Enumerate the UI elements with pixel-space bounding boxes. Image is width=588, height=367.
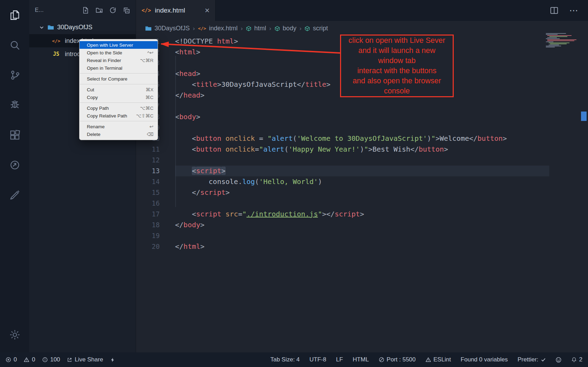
explorer-icon[interactable] (0, 0, 29, 30)
status-language-mode-label: HTML (353, 356, 369, 363)
line-text (160, 122, 175, 133)
breadcrumb-item-body[interactable]: body (274, 25, 296, 32)
line-number[interactable]: 19 (136, 230, 160, 241)
menu-separator (80, 84, 157, 84)
menu-item-open-with-live-server[interactable]: Open with Live Server (80, 41, 158, 49)
code-line-20: 20</html> (136, 241, 588, 252)
extensions-icon[interactable] (0, 120, 29, 150)
split-editor-icon[interactable] (550, 6, 559, 15)
status-found-variables[interactable]: Found 0 variables (461, 356, 508, 363)
menu-item-copy-path[interactable]: Copy Path⌥⌘C (80, 104, 158, 112)
menu-item-label: Copy (87, 95, 98, 100)
warning-icon (425, 357, 431, 362)
line-number[interactable]: 11 (136, 144, 160, 155)
search-icon[interactable] (0, 30, 29, 60)
code-line-16: 16 (136, 198, 588, 209)
status-info-count-label: 100 (50, 356, 60, 363)
line-text: <button onclick = "alert('Welcome to 30D… (160, 133, 507, 144)
breadcrumb-item-script[interactable]: script (304, 25, 328, 32)
line-number[interactable]: 12 (136, 155, 160, 166)
tab-index-html[interactable]: </> index.html × (136, 0, 216, 21)
status-notifications-bell[interactable]: 2 (571, 356, 582, 363)
folder-icon (47, 24, 54, 30)
menu-item-label: Select for Compare (87, 76, 127, 82)
menu-item-select-for-compare[interactable]: Select for Compare (80, 75, 158, 83)
status-live-share[interactable]: Live Share (67, 356, 103, 363)
breadcrumb-item-html[interactable]: html (246, 25, 266, 32)
code-line-17: 17 <script src="./introduction.js"></scr… (136, 209, 588, 220)
new-file-icon[interactable] (82, 7, 89, 14)
status-warnings[interactable]: 0 (24, 356, 35, 363)
menu-item-label: Copy Relative Path (87, 113, 127, 118)
menu-item-label: Open in Terminal (87, 66, 122, 71)
line-text (160, 58, 175, 68)
settings-gear-icon[interactable] (0, 322, 29, 347)
status-quick-action[interactable] (110, 357, 115, 362)
menu-item-shortcut: ⌥⌘R (140, 58, 153, 63)
line-number[interactable]: 17 (136, 209, 160, 220)
refresh-icon[interactable] (109, 7, 116, 14)
breadcrumb-separator: › (193, 25, 195, 32)
source-control-icon[interactable] (0, 60, 29, 90)
menu-item-open-in-terminal[interactable]: Open in Terminal (80, 64, 158, 72)
line-number[interactable]: 16 (136, 198, 160, 209)
menu-item-rename[interactable]: Rename↩ (80, 123, 158, 130)
line-text: <script> (160, 166, 226, 176)
menu-item-shortcut: ⌥⇧⌘C (136, 113, 153, 118)
check-icon (541, 357, 546, 362)
new-folder-icon[interactable] (96, 7, 103, 14)
status-errors[interactable]: 0 (6, 356, 17, 363)
menu-item-delete[interactable]: Delete⌫ (80, 130, 158, 138)
editor-actions: ⋯ (550, 0, 588, 21)
menu-item-label: Copy Path (87, 106, 109, 111)
menu-item-reveal-in-finder[interactable]: Reveal in Finder⌥⌘R (80, 56, 158, 64)
status-info-count[interactable]: 100 (42, 356, 60, 363)
share-icon (67, 357, 72, 362)
line-number[interactable]: 18 (136, 220, 160, 230)
breadcrumb-item-30daysofjs[interactable]: 30DaysOfJS (145, 25, 190, 32)
menu-item-cut[interactable]: Cut⌘X (80, 86, 158, 93)
menu-item-copy-relative-path[interactable]: Copy Relative Path⌥⇧⌘C (80, 112, 158, 120)
cube-icon (246, 26, 251, 31)
folder-root-30daysofjs[interactable]: 30DaysOfJS (29, 20, 136, 34)
menu-item-shortcut: ⌘X (145, 87, 153, 92)
breadcrumb-item-index-html[interactable]: </>index.html (198, 25, 238, 32)
status-bar: 00100Live Share Tab Size: 4UTF-8LFHTMLPo… (0, 352, 588, 367)
status-eol-label: LF (336, 356, 343, 363)
breadcrumb-separator: › (269, 25, 271, 32)
html-file-icon: </> (142, 7, 151, 14)
line-text: <title>30DaysOfJavaScript</title> (160, 79, 331, 90)
close-icon[interactable]: × (205, 6, 210, 15)
status-live-server-port[interactable]: Port : 5500 (379, 356, 416, 363)
minimap[interactable] (546, 33, 582, 48)
line-text: <button onclick="alert('Happy New Year!'… (160, 144, 448, 155)
run-debug-icon[interactable] (0, 90, 29, 120)
live-share-icon[interactable] (0, 150, 29, 180)
status-tab-size[interactable]: Tab Size: 4 (270, 356, 300, 363)
breadcrumb-label: script (313, 25, 328, 32)
status-language-mode[interactable]: HTML (353, 356, 369, 363)
menu-item-shortcut: ⌥⌘C (140, 105, 153, 111)
line-number[interactable]: 20 (136, 241, 160, 252)
status-eol[interactable]: LF (336, 356, 343, 363)
status-encoding-label: UTF-8 (309, 356, 326, 363)
status-found-variables-label: Found 0 variables (461, 356, 508, 363)
line-text (160, 230, 175, 241)
status-live-share-label: Live Share (75, 356, 103, 363)
status-feedback-smiley[interactable] (556, 357, 561, 363)
status-encoding[interactable]: UTF-8 (309, 356, 326, 363)
menu-item-label: Open to the Side (87, 50, 122, 55)
pen-edit-icon[interactable] (0, 180, 29, 210)
overview-ruler-marker (581, 112, 587, 121)
folder-icon (145, 25, 152, 31)
line-number[interactable]: 14 (136, 176, 160, 187)
status-prettier[interactable]: Prettier: (518, 356, 546, 363)
menu-item-copy[interactable]: Copy⌘C (80, 93, 158, 101)
context-menu: Open with Live ServerOpen to the Side^↩R… (79, 39, 158, 140)
line-number[interactable]: 13 (136, 166, 160, 176)
code-icon: </> (198, 26, 206, 31)
status-eslint[interactable]: ESLint (425, 356, 451, 363)
line-number[interactable]: 15 (136, 187, 160, 198)
menu-item-open-to-the-side[interactable]: Open to the Side^↩ (80, 49, 158, 56)
collapse-all-icon[interactable] (123, 7, 130, 14)
